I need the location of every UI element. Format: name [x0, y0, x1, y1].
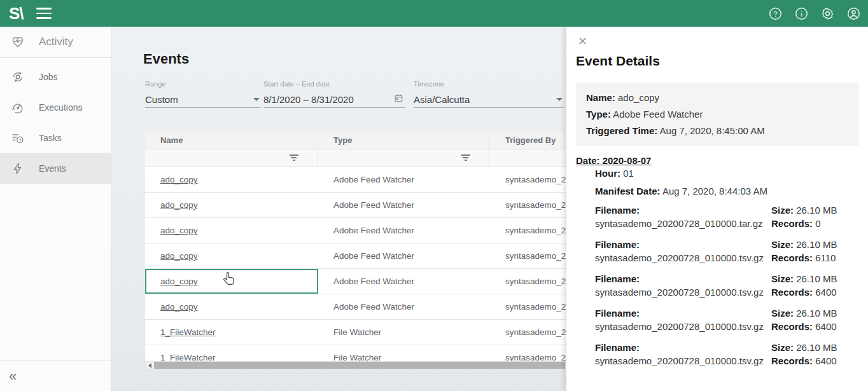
- table-row[interactable]: ado_copy Adobe Feed Watcher syntasademo_…: [145, 269, 566, 294]
- top-app-bar: S\ ? i: [0, 0, 868, 27]
- event-name-link[interactable]: ado_copy: [160, 175, 198, 184]
- type-filter-cell[interactable]: [318, 149, 490, 167]
- records-line: Records: 6400: [771, 320, 859, 333]
- table-header-row: Name Type Triggered By: [145, 132, 566, 149]
- summary-value: Aug 7, 2020, 8:45:00 AM: [660, 125, 765, 136]
- filter-icon[interactable]: [461, 154, 470, 162]
- cell-name[interactable]: 1_FileWatcher: [145, 320, 318, 345]
- filter-icon[interactable]: [289, 154, 298, 162]
- records-line: Records: 0: [771, 217, 859, 230]
- scroll-left-arrow-icon[interactable]: [146, 362, 154, 369]
- table-filter-row: [145, 149, 566, 167]
- column-header-type[interactable]: Type: [318, 132, 490, 149]
- table-row[interactable]: 1_FileWatcher File Watcher syntasademo_2…: [145, 320, 566, 345]
- summary-value: ado_copy: [618, 92, 659, 103]
- table-row[interactable]: ado_copy Adobe Feed Watcher syntasademo_…: [145, 167, 566, 193]
- table-row[interactable]: ado_copy Adobe Feed Watcher syntasademo_…: [145, 294, 566, 320]
- table-row[interactable]: ado_copy Adobe Feed Watcher syntasademo_…: [145, 218, 566, 244]
- size-label: Size:: [771, 205, 794, 216]
- file-stats-block: Size: 26.10 MB Records: 6400: [771, 341, 859, 375]
- svg-text:?: ?: [773, 10, 777, 17]
- records-label: Records:: [771, 287, 813, 298]
- summary-line: Type: Adobe Feed Watcher: [586, 106, 849, 123]
- file-entry: Filename: syntasademo_20200728_010000.ts…: [595, 272, 859, 306]
- cell-name[interactable]: 1_FileWatcher: [145, 345, 318, 361]
- cell-name[interactable]: ado_copy: [145, 167, 318, 192]
- tasks-icon: [11, 131, 25, 145]
- cell-name[interactable]: ado_copy: [145, 244, 318, 268]
- sidebar-item-executions[interactable]: Executions: [0, 92, 111, 123]
- table-row[interactable]: 1_FileWatcher File Watcher syntasademo_2…: [145, 345, 566, 361]
- sidebar-item-activity[interactable]: Activity: [0, 27, 111, 57]
- table-row[interactable]: ado_copy Adobe Feed Watcher syntasademo_…: [145, 244, 566, 269]
- size-line: Size: 26.10 MB: [771, 238, 859, 251]
- date-range-value: 8/1/2020 – 8/31/2020: [263, 94, 354, 105]
- cell-triggered-by: syntasademo_20: [490, 218, 566, 243]
- scrollbar-thumb[interactable]: [154, 362, 565, 369]
- settings-icon[interactable]: [821, 7, 834, 20]
- calendar-icon[interactable]: [394, 93, 403, 103]
- manifest-date-label: Manifest Date:: [595, 186, 661, 196]
- sidebar-item-label: Activity: [39, 36, 73, 48]
- filename-label: Filename:: [595, 273, 640, 284]
- cell-name[interactable]: ado_copy: [145, 269, 318, 294]
- file-stats-block: Size: 26.10 MB Records: 6400: [771, 272, 859, 306]
- event-name-link[interactable]: ado_copy: [160, 200, 198, 210]
- date-range-filter: Start date – End date 8/1/2020 – 8/31/20…: [263, 80, 405, 108]
- filename-value: syntasademo_20200728_010000.tsv.gz: [595, 354, 771, 367]
- column-header-triggered-by[interactable]: Triggered By: [490, 132, 566, 149]
- cell-triggered-by: syntasademo_20: [490, 345, 566, 361]
- range-filter-value: Custom: [145, 94, 178, 105]
- timezone-select[interactable]: Asia/Calcutta: [414, 91, 564, 108]
- event-name-link[interactable]: ado_copy: [160, 302, 198, 312]
- cell-name[interactable]: ado_copy: [145, 193, 318, 217]
- event-name-link[interactable]: ado_copy: [160, 251, 198, 261]
- cell-triggered-by: syntasademo_20: [490, 167, 566, 192]
- cell-type: Adobe Feed Watcher: [318, 244, 490, 268]
- file-list: Filename: syntasademo_20200728_010000.ta…: [595, 203, 859, 375]
- hamburger-menu-icon[interactable]: [36, 8, 52, 19]
- info-icon[interactable]: i: [795, 7, 808, 20]
- filename-value: syntasademo_20200728_010000.tsv.gz: [595, 251, 771, 264]
- event-summary-box: Name: ado_copy Type: Adobe Feed Watcher …: [576, 83, 859, 146]
- cell-name[interactable]: ado_copy: [145, 218, 318, 243]
- brand-logo: S\: [9, 4, 24, 24]
- account-icon[interactable]: [847, 7, 860, 20]
- records-label: Records:: [771, 218, 813, 229]
- heart-pulse-icon: [11, 35, 25, 49]
- timezone-value: Asia/Calcutta: [414, 94, 470, 105]
- filename-value: syntasademo_20200728_010000.tar.gz: [595, 217, 771, 230]
- date-range-input[interactable]: 8/1/2020 – 8/31/2020: [263, 91, 405, 108]
- cell-name[interactable]: ado_copy: [145, 294, 318, 319]
- horizontal-scrollbar[interactable]: [145, 361, 566, 369]
- cell-type: Adobe Feed Watcher: [318, 167, 490, 192]
- event-name-link[interactable]: 1_FileWatcher: [160, 327, 216, 337]
- table-row[interactable]: ado_copy Adobe Feed Watcher syntasademo_…: [145, 193, 566, 218]
- filename-value: syntasademo_20200728_010000.tsv.gz: [595, 285, 771, 299]
- records-value: 0: [815, 218, 820, 229]
- size-label: Size:: [771, 239, 794, 250]
- size-value: 26.10 MB: [796, 308, 837, 319]
- sidebar-nav: Activity Jobs Executions Tasks Eve: [0, 27, 111, 391]
- records-label: Records:: [771, 252, 813, 263]
- sidebar-item-jobs[interactable]: Jobs: [0, 62, 111, 92]
- size-value: 26.10 MB: [796, 239, 837, 250]
- summary-line: Name: ado_copy: [586, 90, 849, 106]
- name-filter-cell[interactable]: [145, 149, 318, 167]
- event-name-link[interactable]: ado_copy: [160, 277, 198, 286]
- sidebar-item-tasks[interactable]: Tasks: [0, 123, 111, 153]
- svg-text:i: i: [801, 10, 802, 17]
- column-header-name[interactable]: Name: [145, 132, 318, 149]
- file-name-block: Filename: syntasademo_20200728_010000.ts…: [595, 306, 771, 341]
- close-icon[interactable]: ✕: [578, 36, 587, 47]
- event-name-link[interactable]: 1_FileWatcher: [160, 353, 216, 361]
- topbar-actions: ? i: [769, 0, 863, 27]
- triggered-by-filter-cell[interactable]: [490, 149, 566, 167]
- collapse-sidebar-icon[interactable]: «: [9, 369, 17, 383]
- range-filter-select[interactable]: Custom: [145, 91, 261, 108]
- help-icon[interactable]: ?: [769, 7, 782, 20]
- event-details-panel: ✕ Event Details Name: ado_copy Type: Ado…: [566, 27, 868, 391]
- size-label: Size:: [771, 273, 794, 284]
- sidebar-item-events[interactable]: Events: [0, 153, 111, 184]
- event-name-link[interactable]: ado_copy: [160, 226, 198, 235]
